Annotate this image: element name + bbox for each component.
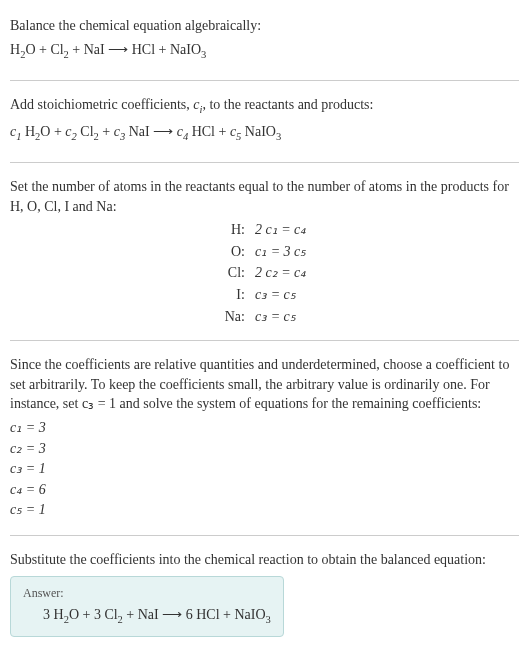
eq-text: H [10, 42, 20, 57]
atom-label: Na: [12, 307, 245, 327]
atom-equation: 2 c₂ = c₄ [255, 263, 519, 283]
divider [10, 535, 519, 536]
section-problem: Balance the chemical equation algebraica… [10, 8, 519, 74]
c1: c1 [10, 124, 21, 139]
text: 3 H [43, 607, 64, 622]
answer-label: Answer: [23, 585, 271, 602]
unbalanced-equation: H2O + Cl2 + NaI ⟶ HCl + NaIO3 [10, 40, 519, 62]
section-solve: Since the coefficients are relative quan… [10, 347, 519, 529]
sub-3: 3 [276, 130, 281, 141]
eq-text: + NaI ⟶ HCl + NaIO [69, 42, 201, 57]
divider [10, 162, 519, 163]
sub-3: 3 [266, 614, 271, 625]
atom-label: I: [12, 285, 245, 305]
coeff-value: c₁ = 3 [10, 418, 519, 438]
atom-balance-table: H: 2 c₁ = c₄ O: c₁ = 3 c₅ Cl: 2 c₂ = c₄ … [12, 220, 519, 326]
eq-text: O + Cl [25, 42, 63, 57]
text: NaI ⟶ [125, 124, 177, 139]
solve-para: Since the coefficients are relative quan… [10, 355, 519, 414]
answer-box: Answer: 3 H2O + 3 Cl2 + NaI ⟶ 6 HCl + Na… [10, 576, 284, 637]
text: Cl [77, 124, 94, 139]
section-coefficients: Add stoichiometric coefficients, ci, to … [10, 87, 519, 156]
atom-label: H: [12, 220, 245, 240]
atom-equation: 2 c₁ = c₄ [255, 220, 519, 240]
sub-3: 3 [201, 48, 206, 59]
atom-balance-intro: Set the number of atoms in the reactants… [10, 177, 519, 216]
atom-label: Cl: [12, 263, 245, 283]
c3: c3 [114, 124, 125, 139]
coeff-value: c₄ = 6 [10, 480, 519, 500]
text: NaIO [241, 124, 276, 139]
coeff-solution-list: c₁ = 3 c₂ = 3 c₃ = 1 c₄ = 6 c₅ = 1 [10, 418, 519, 520]
answer-intro: Substitute the coefficients into the che… [10, 550, 519, 570]
atom-equation: c₃ = c₅ [255, 285, 519, 305]
section-answer: Substitute the coefficients into the che… [10, 542, 519, 645]
coeff-intro: Add stoichiometric coefficients, ci, to … [10, 95, 519, 117]
c5: c5 [230, 124, 241, 139]
text: + NaI ⟶ 6 HCl + NaIO [123, 607, 266, 622]
atom-equation: c₃ = c₅ [255, 307, 519, 327]
text: Add stoichiometric coefficients, [10, 97, 193, 112]
coeff-value: c₃ = 1 [10, 459, 519, 479]
c4: c4 [177, 124, 188, 139]
coeff-equation: c1 H2O + c2 Cl2 + c3 NaI ⟶ c4 HCl + c5 N… [10, 122, 519, 144]
section-atom-balance: Set the number of atoms in the reactants… [10, 169, 519, 334]
text: H [21, 124, 35, 139]
coeff-value: c₅ = 1 [10, 500, 519, 520]
coeff-value: c₂ = 3 [10, 439, 519, 459]
text: , to the reactants and products: [202, 97, 373, 112]
atom-equation: c₁ = 3 c₅ [255, 242, 519, 262]
balanced-equation: 3 H2O + 3 Cl2 + NaI ⟶ 6 HCl + NaIO3 [23, 605, 271, 627]
text: O + 3 Cl [69, 607, 118, 622]
problem-statement: Balance the chemical equation algebraica… [10, 16, 519, 36]
c2: c2 [65, 124, 76, 139]
divider [10, 80, 519, 81]
atom-label: O: [12, 242, 245, 262]
divider [10, 340, 519, 341]
text: + [99, 124, 114, 139]
text: O + [40, 124, 65, 139]
text: HCl + [188, 124, 230, 139]
